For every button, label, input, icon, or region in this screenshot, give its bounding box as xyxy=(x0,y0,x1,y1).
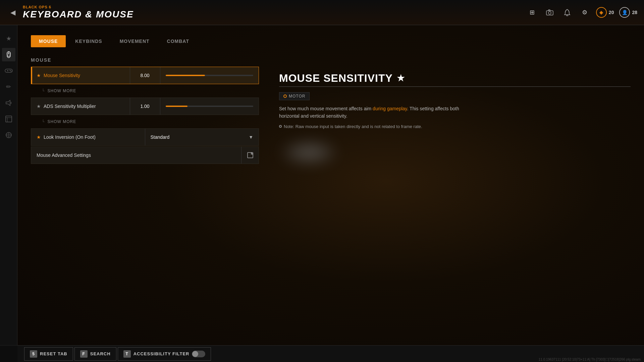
tabs: MOUSE KEYBINDS MOVEMENT COMBAT xyxy=(31,25,631,47)
reset-tab-label: RESET TAB xyxy=(40,351,67,356)
reset-tab-key: 5 xyxy=(30,350,37,358)
header-title-area: BLACK OPS 6 KEYBOARD & MOUSE xyxy=(23,5,526,20)
notification-icon[interactable] xyxy=(561,6,573,18)
setting-slider-ads[interactable] xyxy=(160,98,259,115)
filter-label: ACCESSIBILITY FILTER xyxy=(133,351,190,356)
motor-badge-dot xyxy=(283,95,287,98)
grid-icon[interactable]: ⊞ xyxy=(526,6,538,18)
info-title: Mouse Sensitivity ★ xyxy=(279,72,631,84)
setting-label-advanced: Mouse Advanced Settings xyxy=(31,153,241,158)
settings-icon[interactable]: ⚙ xyxy=(579,6,591,18)
tab-combat[interactable]: COMBAT xyxy=(159,35,197,47)
chevron-down-icon: ▼ xyxy=(249,134,253,140)
setting-label-ads: ★ ADS Sensitivity Multiplier xyxy=(31,104,130,109)
svg-point-1 xyxy=(548,12,551,14)
page-title: KEYBOARD & MOUSE xyxy=(23,9,526,20)
tab-keybinds[interactable]: KEYBINDS xyxy=(67,35,110,47)
info-badge: MOTOR xyxy=(279,92,310,100)
svg-rect-13 xyxy=(6,116,12,122)
info-badge-label: MOTOR xyxy=(289,94,305,99)
info-note: Note: Raw mouse input is taken directly … xyxy=(279,124,631,129)
sidebar-item-audio[interactable] xyxy=(2,96,15,110)
slider-fill-ads xyxy=(166,106,187,107)
info-panel: Mouse Sensitivity ★ MOTOR Set how much m… xyxy=(279,72,631,166)
sidebar-item-favorites[interactable]: ★ xyxy=(2,32,15,45)
note-dot xyxy=(279,125,282,128)
search-label: SEARCH xyxy=(90,351,111,356)
setting-label-look-inversion: ★ Look Inversion (On Foot) xyxy=(31,134,145,140)
search-key: F xyxy=(80,350,88,358)
star-look-inversion[interactable]: ★ xyxy=(37,134,41,140)
info-title-star-icon: ★ xyxy=(397,73,405,83)
currency-amount: 20 xyxy=(609,10,614,15)
search-button[interactable]: F SEARCH xyxy=(74,347,116,361)
tab-mouse[interactable]: MOUSE xyxy=(31,35,66,47)
accessibility-filter-button[interactable]: T ACCESSIBILITY FILTER xyxy=(118,347,211,361)
svg-marker-12 xyxy=(6,100,10,106)
currency-icon: ◈ xyxy=(596,7,607,18)
sidebar-item-interface[interactable] xyxy=(2,112,15,126)
star-mouse-sensitivity[interactable]: ★ xyxy=(37,73,41,78)
show-more-ads[interactable]: SHOW MORE xyxy=(31,116,259,128)
sidebar-item-mouse[interactable] xyxy=(2,48,15,61)
info-description: Set how much mouse movement affects aim … xyxy=(279,105,480,120)
svg-point-11 xyxy=(10,71,11,72)
accessibility-toggle[interactable] xyxy=(192,351,205,357)
status-bar xyxy=(0,345,17,362)
svg-rect-2 xyxy=(548,10,550,11)
setting-row-ads-sensitivity[interactable]: ★ ADS Sensitivity Multiplier 1.00 xyxy=(31,98,259,115)
setting-row-advanced[interactable]: Mouse Advanced Settings xyxy=(31,146,259,164)
toggle-knob xyxy=(192,351,198,357)
back-button[interactable]: ◀ xyxy=(7,6,19,18)
game-name: BLACK OPS 6 xyxy=(23,5,526,9)
slider-track xyxy=(166,75,254,76)
show-more-sensitivity[interactable]: SHOW MORE xyxy=(31,85,259,97)
sidebar-item-controller[interactable] xyxy=(2,64,15,77)
friends-badge[interactable]: 👤 28 xyxy=(619,7,637,18)
svg-point-3 xyxy=(567,15,568,16)
settings-section: MOUSE ★ Mouse Sensitivity 8.00 SHOW MORE… xyxy=(31,57,259,164)
friends-icon: 👤 xyxy=(619,7,630,18)
reset-tab-button[interactable]: 5 RESET TAB xyxy=(24,347,73,361)
info-blob-decoration xyxy=(279,139,339,166)
header-right: ⊞ ⚙ ◈ 20 👤 28 xyxy=(526,6,637,18)
setting-value-mouse-sensitivity[interactable]: 8.00 xyxy=(130,67,160,84)
setting-dropdown-look-inversion[interactable]: Standard ▼ xyxy=(145,129,259,145)
star-ads[interactable]: ★ xyxy=(37,104,41,109)
expand-icon[interactable] xyxy=(241,147,259,164)
setting-label-mouse-sensitivity: ★ Mouse Sensitivity xyxy=(31,73,130,78)
setting-value-ads[interactable]: 1.00 xyxy=(130,98,160,115)
sidebar-item-network[interactable] xyxy=(2,128,15,142)
tab-movement[interactable]: MOVEMENT xyxy=(112,35,158,47)
header: ◀ BLACK OPS 6 KEYBOARD & MOUSE ⊞ ⚙ ◈ 20 … xyxy=(0,0,644,25)
svg-point-10 xyxy=(9,70,10,71)
slider-track-ads xyxy=(166,106,254,107)
version-info: 11.0.19637111 [20:52:10|73+11:A] Th [730… xyxy=(539,358,641,361)
slider-fill xyxy=(166,75,205,76)
setting-slider-mouse-sensitivity[interactable] xyxy=(160,67,259,84)
main-content: MOUSE KEYBINDS MOVEMENT COMBAT MOUSE ★ M… xyxy=(17,25,644,345)
section-title: MOUSE xyxy=(31,57,259,63)
setting-row-look-inversion[interactable]: ★ Look Inversion (On Foot) Standard ▼ xyxy=(31,128,259,146)
friends-amount: 28 xyxy=(632,10,637,15)
camera-icon[interactable] xyxy=(544,6,556,18)
currency-badge[interactable]: ◈ 20 xyxy=(596,7,614,18)
sidebar-item-keybinds[interactable]: ✏ xyxy=(2,80,15,94)
setting-row-mouse-sensitivity[interactable]: ★ Mouse Sensitivity 8.00 xyxy=(31,67,259,84)
filter-key: T xyxy=(123,350,131,358)
info-title-underline xyxy=(279,86,631,87)
sidebar: ★ ✏ xyxy=(0,25,17,362)
